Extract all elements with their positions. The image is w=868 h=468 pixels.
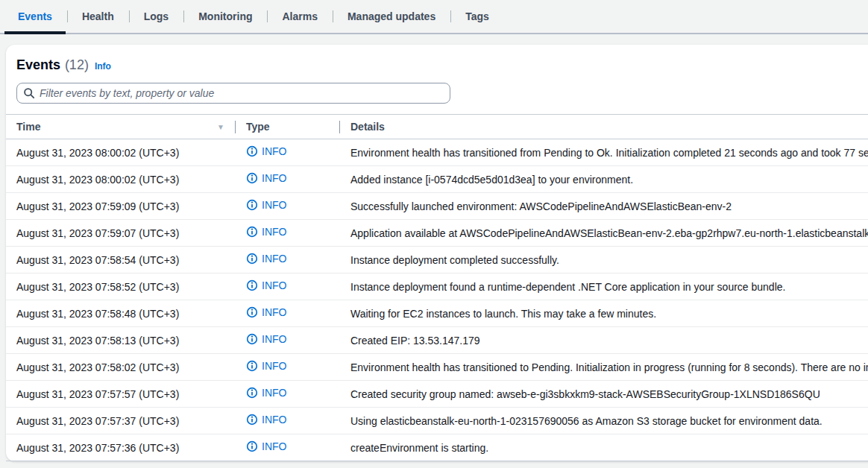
tab-events[interactable]: Events <box>3 0 67 33</box>
event-type: INFO <box>235 381 339 408</box>
event-type-label: INFO <box>262 145 286 157</box>
event-type: INFO <box>235 408 339 434</box>
event-row: August 31, 2023 07:58:02 (UTC+3)INFOEnvi… <box>6 354 868 381</box>
search-icon <box>23 87 35 99</box>
event-time: August 31, 2023 08:00:02 (UTC+3) <box>6 139 235 166</box>
event-details: Created EIP: 13.53.147.179 <box>339 327 868 354</box>
page-title: Events <box>16 57 60 72</box>
info-badge: INFO <box>246 414 286 426</box>
event-type-label: INFO <box>262 440 286 452</box>
event-time: August 31, 2023 07:57:36 (UTC+3) <box>6 434 235 461</box>
environment-tab-bar: EventsHealthLogsMonitoringAlarmsManaged … <box>0 0 868 34</box>
event-type: INFO <box>235 166 339 193</box>
event-type-label: INFO <box>262 387 286 399</box>
event-type-label: INFO <box>262 414 286 426</box>
tab-managed-updates[interactable]: Managed updates <box>333 0 450 33</box>
info-badge: INFO <box>246 306 286 318</box>
event-type: INFO <box>235 139 339 166</box>
event-type-label: INFO <box>262 253 286 265</box>
event-details: Created security group named: awseb-e-gi… <box>339 381 868 408</box>
event-details: Instance deployment completed successful… <box>339 247 868 273</box>
filter-box <box>16 83 450 104</box>
event-type: INFO <box>235 300 339 327</box>
event-details: Instance deployment found a runtime-depe… <box>339 273 868 300</box>
event-details: Successfully launched environment: AWSCo… <box>339 193 868 220</box>
event-time: August 31, 2023 07:57:57 (UTC+3) <box>6 381 235 408</box>
filter-events-input[interactable] <box>40 87 444 99</box>
event-time: August 31, 2023 07:58:02 (UTC+3) <box>6 354 235 381</box>
event-type: INFO <box>235 434 339 461</box>
event-row: August 31, 2023 07:57:57 (UTC+3)INFOCrea… <box>6 381 868 408</box>
events-panel: Events (12) Info Time ▼ Type D <box>6 45 868 461</box>
events-table: Time ▼ Type Details August 31, 2023 08:0… <box>6 114 868 461</box>
event-details: Added instance [i-0574dcd5e5d01d3ea] to … <box>339 166 868 193</box>
event-row: August 31, 2023 07:57:36 (UTC+3)INFOcrea… <box>6 434 868 461</box>
event-details: createEnvironment is starting. <box>339 434 868 461</box>
info-status-icon <box>246 145 258 157</box>
filter-area <box>6 73 868 114</box>
column-header-details: Details <box>339 115 868 139</box>
event-time: August 31, 2023 07:58:13 (UTC+3) <box>6 327 235 354</box>
event-row: August 31, 2023 07:59:09 (UTC+3)INFOSucc… <box>6 193 868 220</box>
tab-monitoring[interactable]: Monitoring <box>183 0 267 33</box>
info-status-icon <box>246 199 258 211</box>
event-time: August 31, 2023 07:58:54 (UTC+3) <box>6 247 235 273</box>
column-header-time[interactable]: Time ▼ <box>6 115 235 139</box>
event-type: INFO <box>235 354 339 381</box>
event-details: Application available at AWSCodePipeline… <box>339 220 868 247</box>
event-type-label: INFO <box>262 306 286 318</box>
info-status-icon <box>246 440 258 452</box>
event-type: INFO <box>235 327 339 354</box>
event-details: Environment health has transitioned from… <box>339 139 868 166</box>
info-badge: INFO <box>246 360 286 372</box>
event-type-label: INFO <box>262 199 286 211</box>
event-type-label: INFO <box>262 226 286 238</box>
info-status-icon <box>246 172 258 184</box>
event-type: INFO <box>235 273 339 300</box>
info-status-icon <box>246 306 258 318</box>
event-type-label: INFO <box>262 333 286 345</box>
info-status-icon <box>246 333 258 345</box>
tab-alarms[interactable]: Alarms <box>267 0 332 33</box>
info-badge: INFO <box>246 279 286 291</box>
event-type-label: INFO <box>262 360 286 372</box>
events-panel-header: Events (12) Info <box>6 55 868 73</box>
sort-descending-icon: ▼ <box>217 123 224 131</box>
info-badge: INFO <box>246 172 286 184</box>
event-row: August 31, 2023 07:57:37 (UTC+3)INFOUsin… <box>6 408 868 434</box>
event-time: August 31, 2023 07:59:07 (UTC+3) <box>6 220 235 247</box>
info-status-icon <box>246 226 258 238</box>
table-header-row: Time ▼ Type Details <box>6 115 868 139</box>
info-badge: INFO <box>246 440 286 452</box>
event-row: August 31, 2023 07:58:13 (UTC+3)INFOCrea… <box>6 327 868 354</box>
info-badge: INFO <box>246 199 286 211</box>
info-status-icon <box>246 253 258 265</box>
event-type: INFO <box>235 247 339 273</box>
info-badge: INFO <box>246 226 286 238</box>
tab-tags[interactable]: Tags <box>450 0 504 33</box>
event-details: Environment health has transitioned to P… <box>339 354 868 381</box>
panel-title-group: Events (12) <box>16 55 89 73</box>
event-time: August 31, 2023 08:00:02 (UTC+3) <box>6 166 235 193</box>
event-time: August 31, 2023 07:58:48 (UTC+3) <box>6 300 235 327</box>
event-row: August 31, 2023 07:58:48 (UTC+3)INFOWait… <box>6 300 868 327</box>
info-badge: INFO <box>246 145 286 157</box>
info-status-icon <box>246 387 258 399</box>
event-row: August 31, 2023 08:00:02 (UTC+3)INFOAdde… <box>6 166 868 193</box>
info-status-icon <box>246 279 258 291</box>
tab-logs[interactable]: Logs <box>129 0 183 33</box>
info-status-icon <box>246 360 258 372</box>
event-details: Using elasticbeanstalk-eu-north-1-023157… <box>339 408 868 434</box>
info-badge: INFO <box>246 333 286 345</box>
tab-health[interactable]: Health <box>67 0 129 33</box>
event-time: August 31, 2023 07:58:52 (UTC+3) <box>6 273 235 300</box>
info-link[interactable]: Info <box>95 61 111 72</box>
event-row: August 31, 2023 08:00:02 (UTC+3)INFOEnvi… <box>6 139 868 166</box>
event-type: INFO <box>235 193 339 220</box>
event-row: August 31, 2023 07:58:52 (UTC+3)INFOInst… <box>6 273 868 300</box>
info-badge: INFO <box>246 387 286 399</box>
events-count: (12) <box>65 57 89 72</box>
info-badge: INFO <box>246 253 286 265</box>
event-type-label: INFO <box>262 279 286 291</box>
column-header-type: Type <box>235 115 339 139</box>
